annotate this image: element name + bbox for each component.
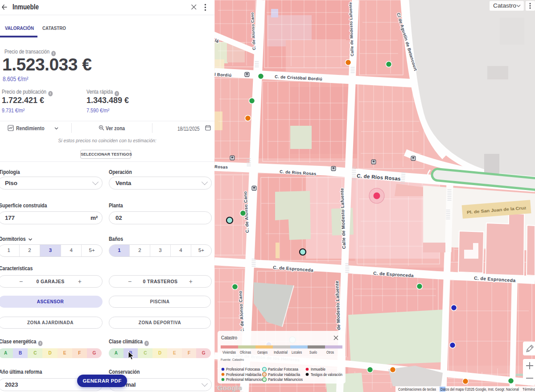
- svg-text:Industrial: Industrial: [274, 350, 288, 355]
- svg-text:Rosas: Rosas: [214, 164, 228, 169]
- svg-text:Particular Milanuncios: Particular Milanuncios: [268, 377, 303, 382]
- svg-text:Profesional Habitaclia: Profesional Habitaclia: [226, 372, 261, 377]
- svg-text:Particular Habitaclia: Particular Habitaclia: [268, 372, 300, 377]
- svg-text:Catastro: Catastro: [221, 335, 237, 340]
- svg-text:Particular Fotocasa: Particular Fotocasa: [268, 367, 298, 371]
- svg-text:Viviendas: Viviendas: [222, 350, 236, 355]
- svg-text:l Bordiú: l Bordiú: [214, 72, 232, 78]
- svg-text:Garajes: Garajes: [257, 350, 268, 355]
- svg-text:Fuente: Catastro: Fuente: Catastro: [221, 358, 244, 361]
- svg-text:Suelo: Suelo: [309, 350, 317, 355]
- svg-text:Locales: Locales: [292, 350, 302, 355]
- svg-text:Profesional Milanuncios: Profesional Milanuncios: [226, 377, 263, 382]
- svg-text:Combinaciones de teclas: Combinaciones de teclas: [398, 387, 436, 392]
- svg-text:Google: Google: [217, 384, 242, 392]
- svg-text:Catastro: Catastro: [493, 3, 516, 9]
- svg-text:Testigos de valoración: Testigos de valoración: [311, 372, 342, 377]
- svg-text:Inmueble: Inmueble: [311, 367, 325, 371]
- svg-text:Datos del mapa ©2025 Google, I: Datos del mapa ©2025 Google, Inst. Geogr…: [440, 387, 519, 392]
- svg-text:Otros: Otros: [326, 350, 334, 355]
- svg-text:Oficinas: Oficinas: [240, 350, 251, 355]
- svg-text:Profesional Fotocasa: Profesional Fotocasa: [226, 367, 260, 371]
- svg-text:Términos: Términos: [523, 387, 535, 392]
